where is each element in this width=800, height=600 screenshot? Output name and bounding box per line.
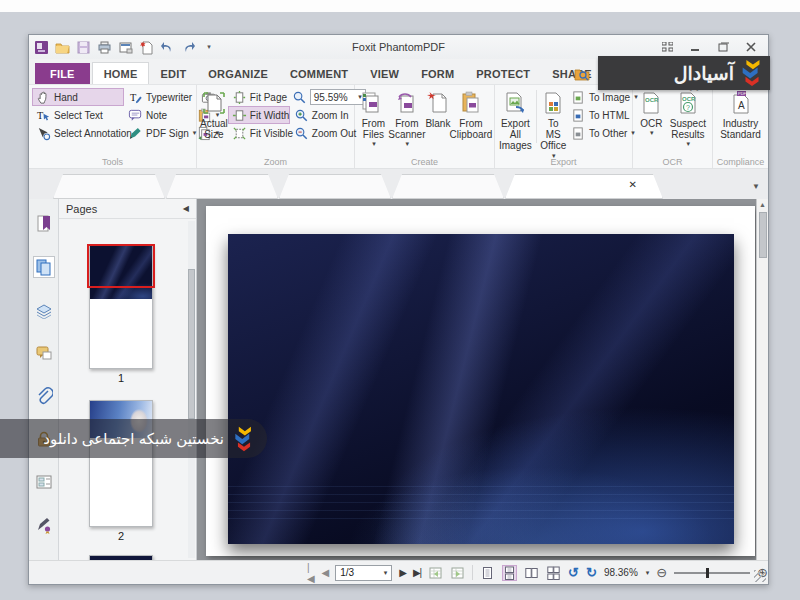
window-resize-grip[interactable] (754, 570, 766, 582)
customize-toolbar-dropdown-icon[interactable]: ▾ (201, 39, 217, 55)
from-scanner-dropdown-icon: ▾ (406, 140, 410, 148)
svg-text:?: ? (686, 104, 690, 111)
document-view[interactable]: ▲ (197, 199, 768, 560)
save-icon[interactable] (75, 39, 91, 55)
last-page-button[interactable]: ▶| (413, 567, 421, 578)
bookmarks-panel-icon[interactable] (33, 213, 55, 235)
tab-edit[interactable]: EDIT (149, 63, 197, 84)
hand-tool-button[interactable]: Hand (32, 88, 124, 106)
from-scanner-button[interactable]: From Scanner ▾ (389, 88, 425, 155)
to-ms-office-button[interactable]: To MS Office ▾ (539, 88, 567, 155)
undo-icon[interactable] (159, 39, 175, 55)
industry-standard-button[interactable]: APDF Industry Standard (716, 88, 765, 155)
page-number-input[interactable]: 1/3 ▾ (335, 565, 392, 581)
tab-list-dropdown-icon[interactable]: ▼ (752, 182, 760, 191)
ocr-button[interactable]: OCR OCR ▾ (636, 88, 667, 155)
close-icon[interactable] (738, 39, 764, 56)
layers-panel-icon[interactable] (33, 299, 55, 321)
fit-visible-button[interactable]: Fit Visible (228, 124, 290, 142)
ribbon-options-icon[interactable] (654, 39, 680, 56)
attachments-panel-icon[interactable] (33, 385, 55, 407)
note-button[interactable]: Note (124, 106, 196, 124)
to-image-button[interactable]: To Image ▾ (567, 88, 629, 106)
tab-organize[interactable]: ORGANIZE (197, 63, 279, 84)
new-document-icon[interactable] (138, 39, 154, 55)
select-annotation-icon (36, 126, 51, 141)
tab-form[interactable]: FORM (410, 63, 465, 84)
previous-view-button[interactable] (428, 565, 443, 581)
pages-panel-icon[interactable] (33, 256, 55, 278)
zoom-out-minus-button[interactable]: ⊖ (656, 565, 667, 580)
first-page-button[interactable]: |◀ (307, 562, 315, 584)
ocr-icon: OCR (638, 90, 664, 116)
close-tab-icon[interactable]: ✕ (629, 179, 637, 190)
tab-protect[interactable]: PROTECT (465, 63, 541, 84)
to-other-button[interactable]: To Other ▾ (567, 124, 629, 142)
visible-area-selection[interactable] (87, 244, 155, 288)
document-tab[interactable] (279, 174, 391, 199)
collapse-panel-icon[interactable]: ◀ (183, 204, 189, 213)
document-tab-active[interactable]: ✕ (505, 174, 663, 199)
next-page-button[interactable]: ▶ (399, 567, 406, 578)
group-label-zoom: Zoom (197, 157, 354, 167)
from-clipboard-button[interactable]: From Clipboard (451, 88, 491, 155)
select-text-button[interactable]: T Select Text (32, 106, 124, 124)
facing-view-button[interactable] (524, 565, 539, 581)
tab-home[interactable]: HOME (92, 62, 150, 84)
svg-text:PDF: PDF (738, 91, 747, 96)
document-scrollbar[interactable]: ▲ (756, 199, 768, 560)
actual-size-button[interactable]: Actual Size (200, 88, 228, 155)
document-tab[interactable] (166, 174, 278, 199)
status-zoom-dropdown-icon[interactable]: ▾ (646, 569, 650, 577)
comments-panel-icon[interactable] (33, 342, 55, 364)
rotate-left-button[interactable]: ↺ (568, 565, 579, 580)
fit-page-button[interactable]: Fit Page (228, 88, 290, 106)
restore-icon[interactable] (710, 39, 736, 56)
blank-button[interactable]: Blank (425, 88, 451, 155)
from-files-button[interactable]: From Files ▾ (358, 88, 389, 155)
tab-file[interactable]: FILE (35, 63, 90, 84)
zoom-slider-handle[interactable] (706, 568, 709, 578)
export-all-images-button[interactable]: Export All Images (498, 88, 533, 155)
email-icon[interactable] (117, 39, 133, 55)
fit-width-button[interactable]: Fit Width (228, 106, 290, 124)
suspect-results-button[interactable]: OCR? Suspect Results ▾ (667, 88, 709, 155)
tab-view[interactable]: VIEW (359, 63, 410, 84)
open-file-icon[interactable] (54, 39, 70, 55)
signatures-panel-icon[interactable] (33, 514, 55, 536)
document-scrollbar-thumb[interactable] (759, 212, 767, 258)
panel-scrollbar[interactable] (188, 221, 195, 558)
tab-share[interactable]: SHARE (541, 63, 603, 84)
single-page-view-button[interactable] (480, 565, 495, 581)
minimize-icon[interactable] (682, 39, 708, 56)
page-indicator: 1/3 (340, 567, 354, 578)
ribbon-group-zoom: Actual Size Fit Page Fit Width Fit Visi (197, 85, 355, 168)
scroll-up-icon[interactable]: ▲ (759, 199, 766, 208)
print-icon[interactable] (96, 39, 112, 55)
to-html-button[interactable]: To HTML (567, 106, 629, 124)
pdf-sign-button[interactable]: PDF Sign ▾ (124, 124, 196, 142)
redo-icon[interactable] (180, 39, 196, 55)
fit-visible-icon (232, 126, 247, 141)
panel-scrollbar-thumb[interactable] (188, 269, 195, 419)
desktop-background (0, 0, 800, 12)
asiadl-logo-watermark: آسیادال (598, 56, 770, 90)
continuous-view-button[interactable] (502, 565, 517, 581)
continuous-facing-view-button[interactable] (546, 565, 561, 581)
tab-comment[interactable]: COMMENT (279, 63, 359, 84)
select-annotation-button[interactable]: Select Annotation (32, 124, 124, 142)
zoom-slider[interactable] (674, 572, 750, 574)
document-tab[interactable] (53, 174, 165, 199)
zoom-in-icon (294, 108, 309, 123)
rotate-right-button[interactable]: ↻ (586, 565, 597, 580)
fields-panel-icon[interactable] (33, 471, 55, 493)
pdf-page[interactable] (206, 206, 755, 556)
find-icon[interactable] (574, 67, 590, 81)
next-view-button[interactable] (450, 565, 465, 581)
navigation-icon-strip (29, 199, 59, 560)
document-tab[interactable] (392, 174, 504, 199)
previous-page-button[interactable]: ◀ (322, 567, 329, 578)
typewriter-button[interactable]: T Typewriter (124, 88, 196, 106)
ocr-dropdown-icon: ▾ (650, 129, 654, 137)
page-thumbnail-1[interactable] (89, 245, 153, 369)
